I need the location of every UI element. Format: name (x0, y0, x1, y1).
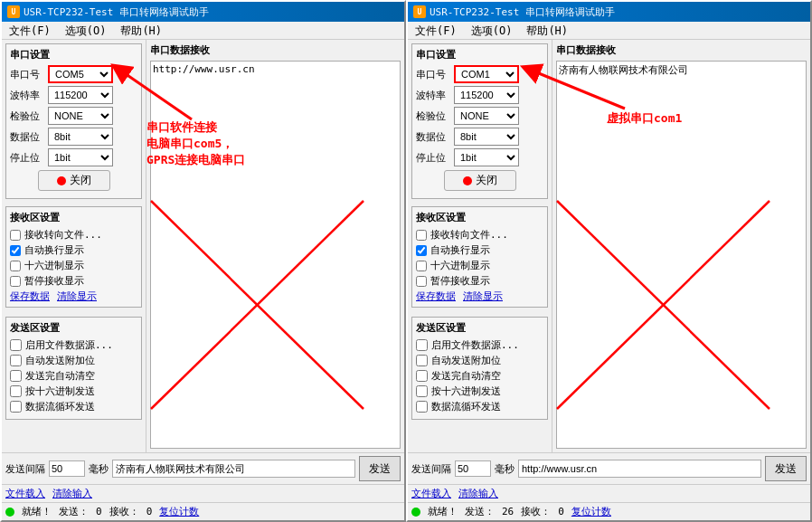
content-area-2: 串口设置 串口号 COM1 波特率 115200 检验位 (408, 40, 810, 452)
menu-bar-1: 文件(F) 选项(O) 帮助(H) (2, 22, 404, 40)
recv-area-title-2: 串口数据接收 (556, 43, 807, 57)
title-text-2: USR-TCP232-Test 串口转网络调试助手 (430, 5, 615, 19)
send-check-4-1[interactable] (10, 401, 22, 413)
port-select-2[interactable]: COM1 (454, 65, 519, 83)
recv-opt-label-1-1: 自动换行显示 (24, 243, 84, 257)
send-check-4-2[interactable] (416, 401, 428, 413)
interval-unit-2: 毫秒 (495, 462, 515, 476)
recv-textarea-2[interactable]: 济南有人物联网技术有限公司 (556, 61, 807, 449)
save-data-link-2[interactable]: 保存数据 (416, 289, 456, 303)
clear-display-link-2[interactable]: 清除显示 (463, 289, 503, 303)
status-send-value-1: 0 (96, 506, 102, 517)
stop-select-2[interactable]: 1bit (454, 148, 519, 166)
baud-row-1: 波特率 115200 (10, 86, 137, 104)
clear-input-link-2[interactable]: 清除输入 (458, 487, 498, 500)
baud-row-2: 波特率 115200 (416, 86, 543, 104)
send-opt-3-1: 按十六进制发送 (10, 384, 137, 398)
recv-check-2-2[interactable] (416, 261, 427, 271)
stop-select-1[interactable]: 1bit (48, 148, 113, 166)
left-panel-1: 串口设置 串口号 COM5 波特率 115200 检验位 (2, 40, 146, 452)
send-input-2[interactable] (518, 460, 761, 478)
recv-textarea-1[interactable]: http://www.usr.cn (150, 61, 401, 449)
menu-file-1[interactable]: 文件(F) (5, 24, 54, 37)
recv-check-0-2[interactable] (416, 230, 427, 241)
send-check-1-2[interactable] (416, 355, 428, 366)
send-button-2[interactable]: 发送 (765, 456, 807, 481)
menu-help-1[interactable]: 帮助(H) (117, 24, 165, 37)
check-row-1: 检验位 NONE (10, 107, 137, 125)
clear-display-link-1[interactable]: 清除显示 (57, 289, 97, 303)
interval-input-2[interactable] (455, 460, 491, 477)
app-icon-2: U (413, 5, 426, 18)
send-input-1[interactable] (112, 460, 355, 478)
send-settings-title-2: 发送区设置 (416, 321, 543, 335)
recv-check-2-1[interactable] (10, 261, 21, 271)
send-check-3-1[interactable] (10, 385, 22, 397)
baud-select-2[interactable]: 115200 (454, 86, 519, 104)
recv-check-0-1[interactable] (10, 230, 21, 241)
menu-help-2[interactable]: 帮助(H) (523, 24, 571, 37)
send-opt-label-3-1: 按十六进制发送 (25, 384, 95, 398)
recv-check-1-1[interactable] (10, 245, 21, 256)
send-button-1[interactable]: 发送 (359, 456, 401, 481)
send-check-0-2[interactable] (416, 339, 428, 351)
recv-check-3-1[interactable] (10, 276, 21, 287)
data-label-1: 数据位 (10, 130, 44, 144)
send-opt-label-2-1: 发送完自动清空 (25, 369, 95, 383)
send-check-0-1[interactable] (10, 339, 22, 351)
send-check-2-1[interactable] (10, 370, 22, 382)
send-opt-4-2: 数据流循环发送 (416, 400, 543, 413)
send-opt-label-0-1: 启用文件数据源... (25, 338, 113, 352)
serial-settings-1: 串口设置 串口号 COM5 波特率 115200 检验位 (5, 43, 142, 199)
recv-opt-label-0-2: 接收转向文件... (430, 228, 508, 242)
bottom-bar-2: 发送间隔 毫秒 发送 (408, 452, 810, 484)
reset-count-2[interactable]: 复位计数 (571, 505, 611, 518)
send-opt-2-1: 发送完自动清空 (10, 369, 137, 383)
send-opt-label-3-2: 按十六进制发送 (431, 384, 501, 398)
menu-options-2[interactable]: 选项(O) (467, 24, 516, 37)
data-row-2: 数据位 8bit (416, 128, 543, 146)
menu-options-1[interactable]: 选项(O) (61, 24, 110, 37)
data-select-1[interactable]: 8bit (48, 128, 113, 146)
recv-settings-title-2: 接收区设置 (416, 211, 543, 224)
recv-opt-1-2: 自动换行显示 (416, 243, 543, 257)
recv-links-1: 保存数据 清除显示 (10, 289, 137, 303)
recv-opt-label-3-1: 暂停接收显示 (24, 274, 84, 288)
file-links-bar-1: 文件载入 清除输入 (2, 484, 404, 502)
menu-file-2[interactable]: 文件(F) (411, 24, 460, 37)
status-bar-2: 就绪！ 发送： 26 接收： 0 复位计数 (408, 502, 810, 520)
recv-opt-1-1: 自动换行显示 (10, 243, 137, 257)
recv-check-1-2[interactable] (416, 245, 427, 256)
serial-title-2: 串口设置 (416, 48, 543, 62)
status-recv-label-2: 接收： (521, 505, 551, 518)
close-button-2[interactable]: 关闭 (444, 170, 516, 191)
status-send-label-1: 发送： (59, 505, 89, 518)
status-recv-value-1: 0 (146, 506, 153, 517)
interval-input-1[interactable] (49, 460, 85, 477)
reset-count-1[interactable]: 复位计数 (159, 505, 199, 518)
check-select-2[interactable]: NONE (454, 107, 519, 125)
file-load-link-2[interactable]: 文件载入 (411, 487, 451, 500)
check-select-1[interactable]: NONE (48, 107, 113, 125)
recv-check-3-2[interactable] (416, 276, 427, 287)
content-area-1: 串口设置 串口号 COM5 波特率 115200 检验位 (2, 40, 404, 452)
recv-opt-3-1: 暂停接收显示 (10, 274, 137, 288)
port-select-1[interactable]: COM5 (48, 65, 113, 83)
interval-area-1: 发送间隔 毫秒 (5, 460, 109, 477)
send-check-1-1[interactable] (10, 355, 22, 366)
data-select-2[interactable]: 8bit (454, 128, 519, 146)
clear-input-link-1[interactable]: 清除输入 (52, 487, 92, 500)
baud-select-1[interactable]: 115200 (48, 86, 113, 104)
save-data-link-1[interactable]: 保存数据 (10, 289, 50, 303)
send-opt-label-2-2: 发送完自动清空 (431, 369, 501, 383)
red-dot-1 (57, 176, 66, 185)
send-opt-label-0-2: 启用文件数据源... (431, 338, 519, 352)
send-check-2-2[interactable] (416, 370, 428, 382)
file-load-link-1[interactable]: 文件载入 (5, 487, 45, 500)
send-check-3-2[interactable] (416, 385, 428, 397)
close-button-1[interactable]: 关闭 (38, 170, 110, 191)
recv-settings-1: 接收区设置 接收转向文件... 自动换行显示 十六进制显示 (5, 206, 142, 308)
recv-area-title-1: 串口数据接收 (150, 43, 401, 57)
recv-opt-2-1: 十六进制显示 (10, 259, 137, 272)
recv-opt-label-1-2: 自动换行显示 (430, 243, 490, 257)
